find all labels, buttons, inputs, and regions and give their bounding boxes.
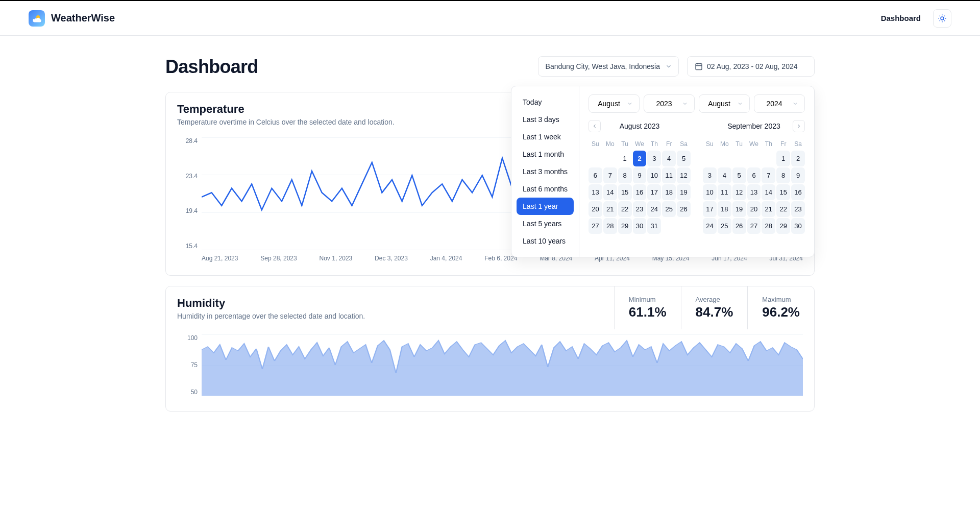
calendar-day[interactable]: 12 bbox=[677, 167, 691, 183]
svg-point-1 bbox=[941, 17, 944, 20]
date-preset[interactable]: Last 1 week bbox=[517, 128, 574, 146]
from-month-select[interactable]: August bbox=[589, 94, 640, 113]
date-preset[interactable]: Last 10 years bbox=[517, 232, 574, 250]
calendar-day[interactable]: 10 bbox=[647, 167, 661, 183]
calendar-day[interactable]: 28 bbox=[762, 218, 775, 234]
theme-toggle-button[interactable] bbox=[933, 9, 951, 28]
calendar-prev-button[interactable] bbox=[589, 120, 601, 132]
calendar-day[interactable]: 11 bbox=[662, 167, 676, 183]
y-tick: 23.4 bbox=[177, 173, 202, 180]
calendar-day[interactable]: 27 bbox=[747, 218, 761, 234]
calendar-day[interactable]: 22 bbox=[776, 201, 790, 217]
calendar-day[interactable]: 19 bbox=[732, 201, 746, 217]
calendar-day[interactable]: 3 bbox=[647, 151, 661, 166]
calendar-day[interactable]: 3 bbox=[703, 167, 717, 183]
calendar-day[interactable]: 4 bbox=[662, 151, 676, 166]
calendar-day[interactable]: 16 bbox=[633, 184, 647, 200]
calendar-day[interactable]: 16 bbox=[791, 184, 805, 200]
date-preset[interactable]: Last 1 month bbox=[517, 146, 574, 163]
nav-dashboard[interactable]: Dashboard bbox=[881, 14, 921, 22]
from-year-select[interactable]: 2023 bbox=[644, 94, 695, 113]
date-preset[interactable]: Last 3 months bbox=[517, 163, 574, 180]
calendar-day[interactable]: 30 bbox=[791, 218, 805, 234]
calendar-day[interactable]: 26 bbox=[677, 201, 691, 217]
calendar-day[interactable]: 18 bbox=[718, 201, 731, 217]
calendar-day[interactable]: 8 bbox=[618, 167, 632, 183]
calendar-day[interactable]: 12 bbox=[732, 184, 746, 200]
calendar-grid-1: SuMoTuWeThFrSa12345678910111213141516171… bbox=[589, 138, 691, 234]
calendar-day[interactable]: 5 bbox=[677, 151, 691, 166]
calendar-day[interactable]: 6 bbox=[747, 167, 761, 183]
calendar-day[interactable]: 22 bbox=[618, 201, 632, 217]
y-tick: 28.4 bbox=[177, 137, 202, 144]
date-preset[interactable]: Last 1 year bbox=[517, 198, 574, 215]
calendar-day[interactable]: 28 bbox=[603, 218, 617, 234]
brand: WeatherWise bbox=[29, 10, 115, 27]
to-year-select[interactable]: 2024 bbox=[754, 94, 805, 113]
calendar-day[interactable]: 21 bbox=[603, 201, 617, 217]
calendar-day[interactable]: 19 bbox=[677, 184, 691, 200]
calendar-day[interactable]: 7 bbox=[762, 167, 775, 183]
calendar-day[interactable]: 31 bbox=[647, 218, 661, 234]
calendar-day[interactable]: 23 bbox=[791, 201, 805, 217]
calendar-day[interactable]: 9 bbox=[791, 167, 805, 183]
calendar-day[interactable]: 1 bbox=[618, 151, 632, 166]
calendar-panel: August 2023 August 2024 bbox=[579, 86, 814, 257]
calendar-day[interactable]: 11 bbox=[718, 184, 731, 200]
main: Dashboard Bandung City, West Java, Indon… bbox=[165, 36, 815, 442]
calendar-day[interactable]: 29 bbox=[776, 218, 790, 234]
date-preset[interactable]: Last 3 days bbox=[517, 111, 574, 128]
calendar-day[interactable]: 15 bbox=[776, 184, 790, 200]
calendar-day[interactable]: 25 bbox=[662, 201, 676, 217]
calendar-day[interactable]: 6 bbox=[589, 167, 602, 183]
calendar-day[interactable]: 20 bbox=[747, 201, 761, 217]
x-tick: Sep 28, 2023 bbox=[260, 255, 297, 265]
calendar-day[interactable]: 2 bbox=[633, 151, 647, 166]
brand-name: WeatherWise bbox=[51, 12, 115, 24]
calendar-day[interactable]: 9 bbox=[633, 167, 647, 183]
calendar-day[interactable]: 21 bbox=[762, 201, 775, 217]
date-preset[interactable]: Last 5 years bbox=[517, 215, 574, 232]
calendar-dow: Mo bbox=[603, 138, 617, 150]
calendar-day[interactable]: 20 bbox=[589, 201, 602, 217]
calendar-day[interactable]: 30 bbox=[633, 218, 647, 234]
y-tick: 50 bbox=[177, 389, 202, 396]
calendar-day[interactable]: 8 bbox=[776, 167, 790, 183]
calendar-day[interactable]: 13 bbox=[747, 184, 761, 200]
calendar-day[interactable]: 14 bbox=[603, 184, 617, 200]
calendar-day[interactable]: 27 bbox=[589, 218, 602, 234]
y-tick: 19.4 bbox=[177, 207, 202, 214]
calendar-day[interactable]: 4 bbox=[718, 167, 731, 183]
calendar-day[interactable]: 5 bbox=[732, 167, 746, 183]
calendar-day[interactable]: 13 bbox=[589, 184, 602, 200]
calendar-day[interactable]: 18 bbox=[662, 184, 676, 200]
stat-label: Minimum bbox=[629, 296, 667, 303]
x-tick: Nov 1, 2023 bbox=[320, 255, 353, 265]
calendar-month-label: August 2023 bbox=[620, 122, 660, 130]
calendar-day[interactable]: 25 bbox=[718, 218, 731, 234]
cloud-sun-icon bbox=[32, 13, 42, 23]
to-month-select[interactable]: August bbox=[699, 94, 750, 113]
calendar-day[interactable]: 17 bbox=[647, 184, 661, 200]
calendar-day[interactable]: 1 bbox=[776, 151, 790, 166]
calendar-day[interactable]: 15 bbox=[618, 184, 632, 200]
calendar-day[interactable]: 17 bbox=[703, 201, 717, 217]
calendar-next-button[interactable] bbox=[793, 120, 805, 132]
sun-icon bbox=[938, 14, 947, 23]
calendar-day[interactable]: 7 bbox=[603, 167, 617, 183]
calendar-day[interactable]: 14 bbox=[762, 184, 775, 200]
calendar-day[interactable]: 24 bbox=[647, 201, 661, 217]
y-axis: 1007550 bbox=[177, 334, 202, 396]
date-preset[interactable]: Today bbox=[517, 93, 574, 111]
date-range-button[interactable]: 02 Aug, 2023 - 02 Aug, 2024 bbox=[687, 56, 815, 77]
calendar-day[interactable]: 23 bbox=[633, 201, 647, 217]
date-preset[interactable]: Last 6 months bbox=[517, 180, 574, 198]
calendar-day[interactable]: 10 bbox=[703, 184, 717, 200]
calendar-day[interactable]: 24 bbox=[703, 218, 717, 234]
location-select[interactable]: Bandung City, West Java, Indonesia bbox=[538, 56, 679, 77]
calendar-dow: Mo bbox=[718, 138, 731, 150]
calendar-day[interactable]: 2 bbox=[791, 151, 805, 166]
calendar-day[interactable]: 29 bbox=[618, 218, 632, 234]
stat-label: Average bbox=[696, 296, 733, 303]
calendar-day[interactable]: 26 bbox=[732, 218, 746, 234]
